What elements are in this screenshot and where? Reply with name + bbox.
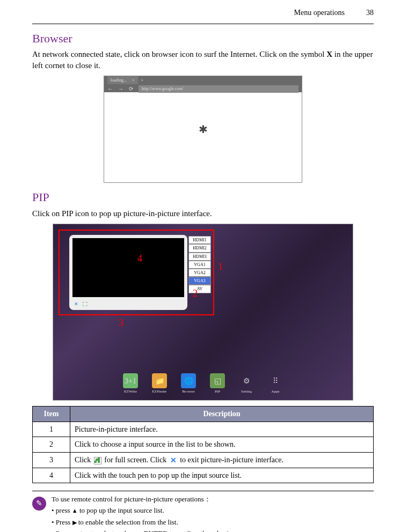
source-item: VGA2	[188, 269, 211, 277]
dock: 3+1EZWrite 📁EZFinder 🌐Browser ◱PIP ⚙Sett…	[123, 373, 283, 395]
cell-item: 2	[33, 437, 70, 453]
browser-tab-label: loading...	[111, 77, 127, 83]
note-line: To use remote control for picture-in-pic…	[52, 494, 237, 504]
note-block: ✎ To use remote control for picture-in-p…	[32, 491, 374, 532]
note-line: • Press ▲ / ▼ to select and press ENTER …	[52, 529, 237, 532]
browser-heading: Browser	[32, 31, 374, 47]
source-item-selected: VGA3	[188, 277, 211, 285]
pip-screen	[72, 238, 184, 297]
pip-window: ✕ ⛶	[69, 235, 187, 310]
browser-icon: 🌐	[181, 373, 196, 388]
dock-item-ezwrite: 3+1EZWrite	[123, 373, 138, 395]
pencil-icon: ✎	[32, 497, 46, 511]
callout-3: 3	[119, 316, 123, 330]
setting-icon: ⚙	[239, 373, 254, 388]
enter-key: ENTER	[144, 529, 168, 532]
callout-4: 4	[137, 252, 142, 265]
apps-icon: ⠿	[268, 373, 283, 388]
loading-spinner-icon: ✱	[199, 122, 208, 137]
browser-desc-p1: At network connected state, click on bro…	[32, 50, 326, 58]
text: /	[78, 529, 83, 532]
ezfinder-icon: 📁	[152, 373, 167, 388]
dock-item-setting: ⚙Setting	[239, 373, 254, 395]
browser-screenshot: loading...× + ← → ⟳ http://www.google.co…	[104, 76, 302, 183]
cell-item: 1	[33, 422, 70, 437]
dock-label: Setting	[241, 389, 252, 395]
ezwrite-icon: 3+1	[123, 373, 138, 388]
text: for full screen. Click	[104, 456, 168, 464]
browser-tab: loading...×	[107, 76, 138, 84]
table-row: 2 Click to choose a input source in the …	[33, 437, 374, 453]
text: • press	[52, 506, 72, 514]
text: • Press	[52, 529, 72, 532]
browser-desc: At network connected state, click on bro…	[32, 49, 374, 71]
pip-fullscreen-icon: ⛶	[81, 300, 89, 308]
browser-nav: ← → ⟳ http://www.google.com/	[107, 85, 299, 93]
dock-item-pip: ◱PIP	[210, 373, 225, 395]
text: Click	[75, 456, 93, 464]
fullscreen-icon	[94, 457, 101, 464]
source-item: VGA1	[188, 261, 211, 269]
text: to select and press	[89, 529, 143, 532]
cell-desc: Click to choose a input source in the li…	[70, 437, 374, 453]
th-item: Item	[33, 407, 70, 422]
browser-desc-bold: X	[326, 50, 332, 58]
table-row: 4 Click with the touch pen to pop up the…	[33, 468, 374, 483]
text: to pop up the input source list.	[78, 506, 164, 514]
up-arrow-icon: ▲	[72, 508, 78, 514]
cell-item: 3	[33, 452, 70, 468]
source-list: HDMI1 HDMI2 HDMI3 VGA1 VGA2 VGA3 AV	[188, 236, 211, 293]
pip-screenshot: ✕ ⛶ HDMI1 HDMI2 HDMI3 VGA1 VGA2 VGA3 AV …	[53, 224, 353, 401]
th-description: Description	[70, 407, 374, 422]
back-icon: ←	[107, 85, 113, 93]
dock-item-apps: ⠿Apps	[268, 373, 283, 395]
dock-label: Apps	[272, 389, 280, 395]
pip-icon: ◱	[210, 373, 225, 388]
reload-icon: ⟳	[129, 85, 133, 93]
dock-label: Browser	[182, 389, 195, 395]
browser-toolbar: loading...× + ← → ⟳ http://www.google.co…	[104, 76, 302, 92]
cell-desc: Picture-in-picture interface.	[70, 422, 374, 437]
source-item: HDMI1	[188, 236, 211, 244]
text: to enable the selection from the list.	[77, 518, 178, 526]
note-body: To use remote control for picture-in-pic…	[52, 494, 237, 532]
header-title: Menu operations	[294, 8, 345, 18]
text: to exit picture-in-picture interface.	[180, 456, 283, 464]
cell-desc: Click with the touch pen to pop up the i…	[70, 468, 374, 483]
close-icon: ✕	[170, 457, 177, 464]
dock-item-ezfinder: 📁EZFinder	[152, 373, 167, 395]
pip-controls: ✕ ⛶	[72, 300, 89, 308]
table-row: 1 Picture-in-picture interface.	[33, 422, 374, 437]
table-row: 3 Click for full screen. Click ✕ to exit…	[33, 452, 374, 468]
dock-label: EZWrite	[124, 389, 137, 395]
forward-icon: →	[118, 85, 123, 93]
note-line: • press ▲ to pop up the input source lis…	[52, 506, 237, 515]
cell-item: 4	[33, 468, 70, 483]
pip-callout-box: ✕ ⛶ HDMI1 HDMI2 HDMI3 VGA1 VGA2 VGA3 AV …	[59, 230, 214, 315]
source-item: AV	[188, 285, 211, 293]
url-bar: http://www.google.com/	[139, 85, 299, 92]
description-table: Item Description 1 Picture-in-picture in…	[32, 406, 374, 483]
pip-desc: Click on PIP icon to pop up picture-in-p…	[32, 208, 374, 219]
pip-heading: PIP	[32, 189, 374, 206]
header-rule	[32, 24, 374, 24]
page-number: 38	[366, 8, 374, 18]
dock-label: PIP	[215, 389, 220, 395]
cell-desc: Click for full screen. Click ✕ to exit p…	[70, 452, 374, 468]
callout-2: 2	[193, 287, 198, 300]
close-tab-icon: ×	[132, 77, 135, 83]
callout-1: 1	[218, 260, 223, 274]
note-line: • Press ▶ to enable the selection from t…	[52, 518, 237, 527]
pip-close-icon: ✕	[72, 300, 80, 308]
add-tab-icon: +	[141, 77, 144, 83]
text: to confirm the selection.	[168, 529, 238, 532]
source-item: HDMI2	[188, 244, 211, 252]
right-arrow-icon: ▶	[72, 519, 77, 526]
text: • Press	[52, 518, 72, 526]
dock-label: EZFinder	[152, 389, 167, 395]
source-item: HDMI3	[188, 253, 211, 261]
dock-item-browser: 🌐Browser	[181, 373, 196, 395]
